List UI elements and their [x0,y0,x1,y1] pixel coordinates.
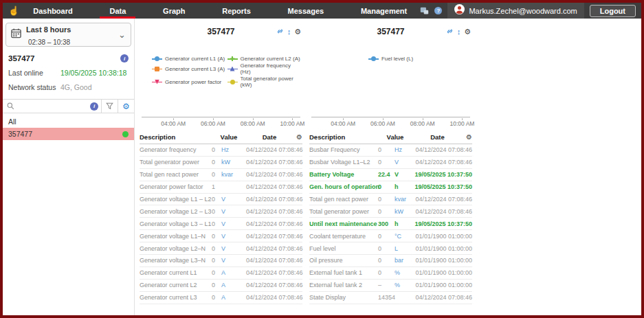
table-row: Busbar Voltage L1–L20V04/12/2024 07:08:4… [309,157,472,169]
row-value: 0 [212,171,221,178]
device-search-bar: i ⚙ [3,99,134,113]
nav-tab-messages[interactable]: Messages [278,3,334,19]
language-icon[interactable] [420,6,429,15]
chart-settings-gear-icon[interactable]: ⚙ [294,28,301,36]
header-description: Description [140,133,212,141]
row-description: Total generator power [140,159,212,166]
row-value: 0 [378,159,395,166]
time-range-text: Last 8 hours 02:38 – 10:38 [26,23,71,47]
row-date: 04/12/2024 07:08:46 [246,196,303,203]
x-axis [142,117,300,117]
last-online-value: 19/05/2025 10:38:18 [60,69,126,77]
row-value: 14354 [378,294,395,301]
table-settings-gear-icon[interactable]: ⚙ [293,133,302,141]
table-settings-gear-icon[interactable]: ⚙ [463,133,472,141]
logout-button[interactable]: Logout [590,5,636,17]
nav-tab-graph[interactable]: Graph [153,3,195,19]
row-unit: V [395,171,412,178]
legend-label: Generator current L1 (A) [165,56,225,62]
nav-tab-data[interactable]: Data [100,3,135,19]
time-range-selector[interactable]: Last 8 hours 02:38 – 10:38 ⌄ [5,23,131,47]
resize-vertical-icon[interactable]: ↕ [287,28,291,36]
values-table: Description Value Date ⚙ Generator frequ… [140,133,302,304]
legend-item[interactable]: Generator current L1 (A) [152,56,227,62]
table-row: Busbar Frequency0Hz04/12/2024 07:08:46 [309,144,472,157]
row-description: Generator current L1 [140,269,212,276]
row-description: Oil pressure [309,257,378,264]
nav-tab-reports[interactable]: Reports [212,3,260,19]
search-input[interactable] [14,100,87,113]
row-date: 04/12/2024 07:08:46 [246,294,303,301]
row-date: 19/05/2025 10:37:50 [412,183,472,190]
legend-item[interactable]: Generator current L2 (A) [227,56,303,62]
header-date: Date [246,133,293,141]
legend-item[interactable]: Generator frequency (Hz) [227,63,303,75]
legend-item[interactable]: Fuel level (L) [368,56,413,62]
row-unit: V [395,159,412,166]
legend-item[interactable]: Generator current L3 (A) [152,63,227,75]
help-icon[interactable]: ? [434,7,442,14]
row-unit: h [395,220,412,227]
table-row: Generator current L20A04/12/2024 07:08:4… [140,280,302,292]
x-tick-label: 06:00 AM [201,120,225,127]
network-status-label: Network status [8,83,60,91]
legend-label: Generator current L2 (A) [241,56,300,62]
row-description: Total generator power [309,208,378,215]
time-range-label: Last 8 hours [26,25,71,34]
table-body: Generator frequency0Hz04/12/2024 07:08:4… [140,144,302,304]
header-description: Description [309,133,378,141]
row-unit: V [221,196,246,203]
search-info-icon[interactable]: i [87,100,101,113]
chart-panel-generator: 357477 ↕ ⚙ Generator current L1 (A)Gener… [140,21,302,315]
row-description: Generator voltage L1 – L2 [140,196,212,203]
x-tick-label: 10:00 AM [449,120,474,127]
row-value: 0 [212,269,221,276]
main-content: 357477 ↕ ⚙ Generator current L1 (A)Gener… [135,19,641,315]
row-date: 04/12/2024 07:08:46 [246,146,303,153]
time-range-value: 02:38 – 10:38 [28,38,70,46]
row-description: Generator voltage L2–N [140,245,212,252]
row-unit: V [221,208,246,215]
info-icon[interactable]: i [120,54,129,63]
mouse-cursor-icon: ☝ [8,5,19,16]
nav-tab-dashboard[interactable]: Dashboard [23,3,82,19]
table-row: Total gen react power0kvar04/12/2024 07:… [309,194,472,206]
user-menu[interactable]: Markus.Zechel@woodward.com [447,3,584,19]
resize-vertical-icon[interactable]: ↕ [457,28,461,36]
nav-tab-management[interactable]: Management [351,3,417,19]
row-value: 1 [212,183,221,190]
filter-icon[interactable] [101,100,118,113]
row-description: External fuel tank 1 [309,269,378,276]
link-icon[interactable] [446,26,454,37]
table-row: Gen. hours of operation0h19/05/2025 10:3… [309,181,472,194]
chart-panel-fuel: 357477 ↕ ⚙ Fuel level (L) 04:00 AM06:00 … [309,21,472,315]
link-icon[interactable] [276,26,284,37]
row-date: 19/05/2025 10:37:50 [412,171,472,178]
search-settings-gear-icon[interactable]: ⚙ [118,100,134,113]
online-status-dot [122,131,129,137]
row-description: Busbar Frequency [309,146,378,153]
row-description: Generator frequency [140,146,212,153]
row-value: 22.4 [378,171,395,178]
row-unit: kW [221,159,246,166]
row-value: 0 [212,257,221,264]
device-id-title: 357477 [8,54,34,63]
row-date: 04/12/2024 07:08:46 [412,196,472,203]
row-date: 04/12/2024 07:08:46 [246,171,303,178]
row-date: 19/05/2025 10:37:50 [412,220,472,227]
chart-settings-gear-icon[interactable]: ⚙ [464,28,471,36]
row-value: 0 [212,146,221,153]
row-value: 0 [212,294,221,301]
table-body: Busbar Frequency0Hz04/12/2024 07:08:46Bu… [309,144,472,304]
legend-circle-marker [371,56,376,61]
device-list-item[interactable]: 357477 [3,128,134,140]
app-window: ☝ DashboardDataGraphReportsMessagesManag… [0,0,644,318]
row-date: 01/01/1900 01:00:00 [412,257,472,264]
header-value: Value [378,133,412,141]
table-header: Description Value Date ⚙ [140,133,302,144]
row-value: 0 [212,220,221,227]
legend-marker-icon [227,56,238,62]
device-group-all[interactable]: All [8,117,134,126]
legend-marker-icon [227,66,238,72]
row-value: 0 [378,257,395,264]
